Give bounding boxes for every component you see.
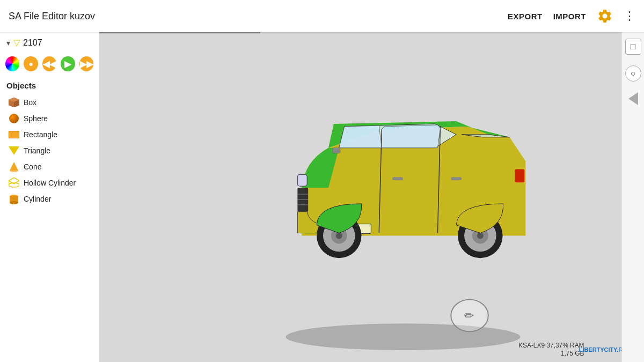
play-button[interactable]: ▶ — [61, 56, 75, 71]
3d-viewport[interactable]: ✏ KSA-LX9 37,37% RAM 1,75 GB LIBERTYCITY… — [99, 32, 621, 362]
cylinder-label: Cylinder — [24, 195, 51, 203]
sidebar-header: ▾ ▽ 2107 — [0, 32, 99, 53]
svg-rect-44 — [451, 177, 462, 180]
sidebar-item-cone[interactable]: Cone — [6, 159, 92, 175]
more-options-icon[interactable]: ⋮ — [624, 9, 635, 23]
svg-point-11 — [10, 201, 18, 204]
topbar: SA File Editor kuzov EXPORT IMPORT ⋮ — [0, 0, 644, 32]
hollow-cylinder-icon — [9, 178, 19, 188]
sidebar-item-sphere[interactable]: Sphere — [6, 110, 92, 127]
sidebar-item-rectangle[interactable]: Rectangle — [6, 127, 92, 143]
triangle-icon — [9, 145, 19, 156]
cone-icon — [9, 161, 19, 172]
triangle-label: Triangle — [24, 146, 50, 155]
circle-button[interactable]: ○ — [625, 65, 641, 82]
svg-rect-45 — [515, 169, 524, 182]
sidebar-item-hollow-cylinder[interactable]: Hollow Cylinder — [6, 175, 92, 191]
svg-point-42 — [477, 233, 484, 239]
chevron-down-icon[interactable]: ▾ — [6, 39, 10, 47]
svg-text:LIBERTYCITY.RU: LIBERTYCITY.RU — [579, 346, 621, 353]
rectangle-label: Rectangle — [24, 130, 57, 139]
svg-point-26 — [286, 323, 521, 350]
sphere-label: Sphere — [24, 114, 48, 123]
export-button[interactable]: EXPORT — [508, 12, 543, 21]
svg-text:✏: ✏ — [464, 309, 474, 322]
sidebar-item-cylinder[interactable]: Cylinder — [6, 191, 92, 207]
color-wheel-button[interactable] — [5, 56, 19, 71]
toolbar-row: ● ◀◀ ▶ ▶▶ — [0, 53, 99, 75]
back-button[interactable] — [628, 92, 638, 105]
stop-button[interactable]: ● — [24, 56, 38, 71]
svg-marker-4 — [10, 162, 18, 171]
svg-rect-43 — [392, 177, 403, 180]
svg-point-38 — [336, 233, 342, 239]
svg-rect-46 — [333, 148, 340, 153]
sidebar-item-box[interactable]: Box — [6, 94, 92, 110]
app-title: SA File Editor kuzov — [9, 11, 508, 22]
sphere-icon — [9, 113, 19, 124]
fast-forward-button[interactable]: ▶▶ — [79, 56, 93, 71]
objects-label: Objects — [6, 81, 92, 90]
sidebar-item-triangle[interactable]: Triangle — [6, 143, 92, 159]
sidebar: ▾ ▽ 2107 ● ◀◀ ▶ ▶▶ Objects — [0, 32, 99, 362]
settings-icon[interactable] — [597, 8, 613, 24]
cone-label: Cone — [24, 162, 41, 171]
hollow-cylinder-label: Hollow Cylinder — [24, 179, 76, 187]
import-button[interactable]: IMPORT — [553, 12, 586, 21]
box-label: Box — [24, 98, 36, 107]
objects-section: Objects Box Sphere — [0, 75, 99, 210]
cylinder-icon — [9, 194, 19, 204]
main-layout: ▾ ▽ 2107 ● ◀◀ ▶ ▶▶ Objects — [0, 32, 644, 362]
square-button[interactable]: □ — [625, 39, 641, 55]
model-id: ▽ 2107 — [13, 38, 42, 48]
right-controls: □ ○ — [621, 32, 644, 362]
box-icon — [9, 97, 19, 108]
svg-rect-29 — [297, 174, 307, 186]
rectangle-icon — [9, 129, 19, 140]
model-icon: ▽ — [13, 38, 20, 48]
svg-text:KSA-LX9 37,37% RAM: KSA-LX9 37,37% RAM — [518, 342, 584, 349]
rewind-button[interactable]: ◀◀ — [42, 56, 56, 71]
car-3d-render: ✏ KSA-LX9 37,37% RAM 1,75 GB LIBERTYCITY… — [99, 32, 621, 362]
